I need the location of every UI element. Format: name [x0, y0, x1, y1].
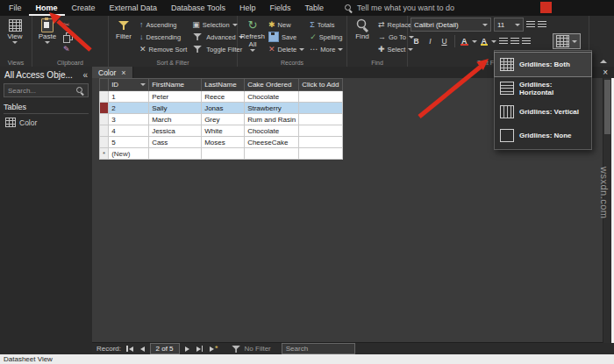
tab-help[interactable]: Help — [232, 0, 263, 16]
totals-button[interactable]: ΣTotals — [308, 18, 345, 31]
last-record-button[interactable] — [195, 346, 205, 352]
numbering-icon[interactable] — [538, 21, 546, 29]
refresh-all-button[interactable]: ↻ Refresh All — [240, 18, 265, 57]
row-selector[interactable] — [100, 137, 109, 148]
cell-lastname[interactable]: White — [202, 125, 245, 137]
filter-button[interactable]: Filter — [111, 18, 136, 57]
tab-create[interactable]: Create — [65, 0, 103, 16]
menu-item-gridlines-vertical[interactable]: Gridlines: Vertical — [495, 100, 591, 124]
cell-click-to-add[interactable] — [299, 125, 342, 137]
nav-item-color[interactable]: Color — [0, 114, 92, 131]
filter-status[interactable]: No Filter — [231, 344, 271, 354]
copy-button[interactable] — [61, 31, 75, 43]
previous-record-button[interactable] — [139, 346, 146, 352]
cell-click-to-add[interactable] — [299, 137, 342, 148]
cell-lastname[interactable]: Grey — [202, 114, 245, 125]
cell-new[interactable]: (New) — [109, 148, 149, 160]
column-header-lastname[interactable]: LastName — [202, 79, 245, 91]
tab-fields[interactable]: Fields — [262, 0, 297, 16]
cell-lastname[interactable] — [202, 148, 245, 160]
tab-home[interactable]: Home — [29, 0, 65, 16]
italic-button[interactable]: I — [425, 36, 436, 47]
cell-click-to-add[interactable] — [299, 114, 342, 125]
cell-click-to-add[interactable] — [299, 91, 342, 103]
cell-firstname[interactable]: Jessica — [149, 125, 202, 137]
scrollbar-thumb[interactable] — [604, 80, 610, 134]
cell-cake[interactable]: Chocolate — [245, 91, 299, 103]
cell-cake[interactable]: Strawberry — [245, 103, 299, 114]
row-selector[interactable] — [100, 114, 109, 125]
select-all-corner[interactable] — [100, 79, 109, 91]
remove-sort-button[interactable]: ✕Remove Sort — [138, 43, 189, 55]
first-record-button[interactable] — [125, 346, 135, 352]
tab-database-tools[interactable]: Database Tools — [164, 0, 232, 16]
font-size-combobox[interactable]: 11 — [494, 18, 524, 32]
cell-cake[interactable]: Rum and Rasin — [245, 114, 299, 125]
new-blank-record-button[interactable]: * — [208, 345, 220, 353]
paste-button[interactable]: Paste — [35, 18, 60, 57]
tell-me-box[interactable]: Tell me what you want to do — [345, 0, 454, 16]
gridlines-button[interactable] — [553, 33, 581, 49]
align-left-icon[interactable] — [499, 38, 508, 46]
bold-button[interactable]: B — [411, 36, 422, 47]
cell-firstname[interactable]: Sally — [149, 103, 202, 114]
font-color-button[interactable]: A — [460, 37, 469, 46]
format-painter-button[interactable]: ✎ — [61, 43, 75, 55]
search-records-input[interactable]: Search — [282, 343, 355, 354]
cell-click-to-add[interactable] — [299, 103, 342, 114]
align-right-icon[interactable] — [522, 38, 531, 46]
font-name-combobox[interactable]: Calibri (Detail) — [411, 18, 491, 32]
menu-item-gridlines-none[interactable]: Gridlines: None — [495, 124, 591, 147]
row-selector[interactable] — [100, 91, 109, 103]
cell-lastname[interactable]: Jonas — [202, 103, 245, 114]
ascending-button[interactable]: ↑Ascending — [138, 18, 189, 31]
cell-cake[interactable] — [245, 148, 299, 160]
column-header-id[interactable]: ID — [109, 79, 149, 91]
tab-file[interactable]: File — [2, 0, 29, 16]
underline-button[interactable]: U — [439, 36, 450, 47]
align-center-icon[interactable] — [510, 38, 519, 46]
cell-id[interactable]: 2 — [109, 103, 149, 114]
menu-item-gridlines-both[interactable]: Gridlines: Both — [495, 53, 591, 76]
cell-cake[interactable]: CheeseCake — [245, 137, 299, 148]
row-selector[interactable] — [100, 125, 109, 137]
cell-id[interactable]: 3 — [109, 114, 149, 125]
view-button[interactable]: View — [3, 18, 27, 57]
nav-search-input[interactable]: Search... — [4, 83, 89, 97]
new-row-selector[interactable]: * — [100, 148, 109, 160]
close-document-icon[interactable]: × — [596, 67, 614, 78]
delete-button[interactable]: ✕Delete — [267, 43, 306, 55]
close-icon[interactable]: × — [121, 68, 125, 77]
cell-firstname[interactable] — [149, 148, 202, 160]
find-button[interactable]: Find — [350, 18, 375, 57]
collapse-ribbon-icon[interactable] — [600, 60, 607, 63]
cell-cake[interactable]: Chocolate — [245, 125, 299, 137]
cell-id[interactable]: 1 — [109, 91, 149, 103]
row-selector-active[interactable] — [100, 103, 109, 114]
cell-click-to-add[interactable] — [299, 148, 342, 160]
cell-firstname[interactable]: March — [149, 114, 202, 125]
column-header-firstname[interactable]: FirstName — [149, 79, 202, 91]
cell-id[interactable]: 4 — [109, 125, 149, 137]
cell-firstname[interactable]: Cass — [149, 137, 202, 148]
more-button[interactable]: ⋯More — [308, 43, 345, 55]
bullets-icon[interactable] — [526, 21, 535, 29]
tab-external-data[interactable]: External Data — [103, 0, 165, 16]
column-header-cake-ordered[interactable]: Cake Ordered — [245, 79, 299, 91]
descending-button[interactable]: ↓Descending — [138, 31, 189, 43]
tab-table[interactable]: Table — [297, 0, 331, 16]
record-position[interactable]: 2 of 5 — [150, 343, 180, 354]
spelling-button[interactable]: ✓Spelling — [308, 31, 345, 43]
new-record-button[interactable]: ✱New — [267, 18, 306, 31]
nav-section-tables[interactable]: Tables — [4, 103, 89, 114]
cell-firstname[interactable]: Peter — [149, 91, 202, 103]
doc-tab-color[interactable]: Color × — [92, 67, 133, 78]
cell-lastname[interactable]: Reece — [202, 91, 245, 103]
menu-item-gridlines-horizontal[interactable]: Gridlines: Horizontal — [495, 76, 591, 100]
column-header-click-to-add[interactable]: Click to Add — [299, 79, 342, 91]
save-button[interactable]: Save — [267, 31, 306, 43]
cut-button[interactable]: ✂ — [61, 18, 75, 31]
next-record-button[interactable] — [183, 346, 191, 352]
cell-lastname[interactable]: Moses — [202, 137, 245, 148]
cell-id[interactable]: 5 — [109, 137, 149, 148]
